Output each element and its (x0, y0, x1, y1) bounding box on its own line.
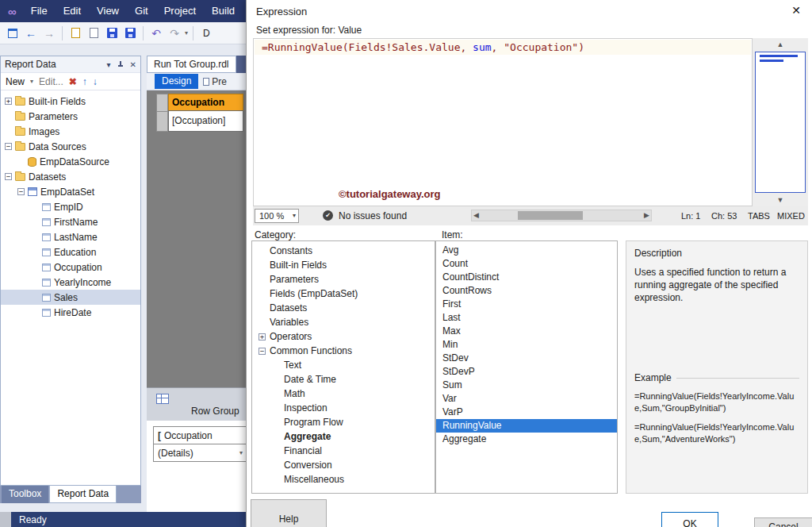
menu-view[interactable]: View (89, 0, 127, 22)
move-up-icon[interactable]: ↑ (82, 76, 87, 87)
redo-icon[interactable]: ↷ (167, 25, 182, 42)
scroll-left-icon[interactable]: ◀ (473, 211, 479, 219)
tree-item-firstname[interactable]: FirstName (1, 214, 140, 229)
tree-item-education[interactable]: Education (1, 244, 140, 260)
tree-item-empid[interactable]: EmpID (1, 199, 140, 214)
navigate-back-icon[interactable]: ← (23, 25, 39, 42)
category-program-flow[interactable]: Program Flow (252, 415, 435, 429)
redo-dropdown-icon[interactable]: ▾ (185, 29, 188, 37)
expander-icon[interactable]: − (259, 348, 266, 355)
category-built-in-fields[interactable]: Built-in Fields (252, 258, 435, 272)
category-datasets[interactable]: Datasets (252, 301, 435, 315)
tablix-data-cell[interactable]: [Occupation] (168, 110, 243, 132)
category-date-time[interactable]: Date & Time (252, 372, 435, 387)
category-fields[interactable]: Fields (EmpDataSet) (252, 287, 435, 301)
category-operators[interactable]: +Operators (252, 329, 435, 344)
category-aggregate-selected[interactable]: Aggregate (252, 429, 435, 444)
expander-icon[interactable]: − (5, 173, 12, 180)
tree-item-empdataset[interactable]: −EmpDataSet (1, 184, 140, 199)
new-dropdown-icon[interactable]: ▾ (30, 78, 33, 85)
tablix-header-cell[interactable]: Occupation (168, 94, 243, 111)
category-conversion[interactable]: Conversion (252, 458, 435, 472)
category-text[interactable]: Text (252, 358, 435, 372)
category-miscellaneous[interactable]: Miscellaneous (252, 472, 435, 487)
tree-item-occupation[interactable]: Occupation (1, 260, 140, 275)
layout-icon[interactable] (5, 25, 21, 42)
navigate-forward-icon[interactable]: → (41, 25, 57, 42)
zoom-select[interactable]: 100 %▾ (255, 209, 299, 223)
tab-design[interactable]: Design (155, 74, 198, 89)
tree-item-yearlyincome[interactable]: YearlyIncome (1, 275, 140, 290)
item-max[interactable]: Max (436, 325, 617, 338)
expression-text[interactable]: =RunningValue(Fields!Sales.Value, sum, "… (262, 41, 584, 53)
tree-item-lastname[interactable]: LastName (1, 229, 140, 244)
item-avg[interactable]: Avg (436, 244, 617, 257)
tab-toolbox[interactable]: Toolbox (2, 486, 48, 503)
new-project-icon[interactable] (67, 25, 83, 42)
save-all-icon[interactable] (122, 25, 138, 42)
editor-horizontal-scrollbar[interactable]: ◀ ▶ (471, 210, 652, 221)
new-button[interactable]: New (6, 76, 25, 87)
tree-item-parameters[interactable]: Parameters (1, 109, 140, 124)
help-button[interactable]: Help (251, 499, 327, 527)
item-varp[interactable]: VarP (436, 406, 617, 419)
category-common-functions[interactable]: −Common Functions (252, 344, 435, 358)
category-constants[interactable]: Constants (252, 244, 435, 258)
window-position-icon[interactable]: ▾ (107, 60, 111, 69)
move-down-icon[interactable]: ↓ (93, 76, 98, 87)
item-sum[interactable]: Sum (436, 379, 617, 392)
menu-git[interactable]: Git (127, 0, 156, 22)
editor-vertical-scrollbar[interactable]: ▲ ▼ (753, 38, 808, 206)
item-min[interactable]: Min (436, 338, 617, 352)
expression-editor[interactable]: =RunningValue(Fields!Sales.Value, sum, "… (253, 38, 753, 206)
item-stdev[interactable]: StDev (436, 352, 617, 365)
scrollbar-thumb[interactable] (518, 211, 583, 220)
document-tab[interactable]: Run Tot Group.rdl (147, 56, 236, 73)
expander-icon[interactable]: − (17, 188, 25, 195)
tab-report-data[interactable]: Report Data (49, 486, 117, 503)
item-aggregate[interactable]: Aggregate (436, 433, 617, 446)
item-runningvalue-selected[interactable]: RunningValue (436, 419, 617, 433)
item-countdistinct[interactable]: CountDistinct (436, 271, 617, 284)
tree-item-sales-selected[interactable]: Sales (1, 290, 140, 305)
close-icon[interactable]: ✕ (788, 4, 804, 17)
menu-file[interactable]: File (23, 0, 56, 22)
scroll-up-icon[interactable]: ▲ (753, 40, 808, 48)
category-parameters[interactable]: Parameters (252, 272, 435, 287)
scroll-right-icon[interactable]: ▶ (644, 211, 649, 219)
tree-item-hiredate[interactable]: HireDate (1, 305, 140, 320)
category-inspection[interactable]: Inspection (252, 401, 435, 415)
row-group-details[interactable]: (Details) ▾ (153, 444, 247, 462)
row-group-occupation[interactable]: [ Occupation (153, 426, 247, 444)
menu-build[interactable]: Build (204, 0, 243, 22)
item-last[interactable]: Last (436, 311, 617, 325)
pin-icon[interactable] (117, 61, 124, 68)
expander-icon[interactable]: + (5, 98, 12, 105)
category-variables[interactable]: Variables (252, 315, 435, 329)
item-first[interactable]: First (436, 298, 617, 311)
tree-item-data-sources[interactable]: −Data Sources (1, 139, 140, 154)
save-icon[interactable] (104, 25, 120, 42)
expander-icon[interactable]: + (259, 333, 266, 340)
item-count[interactable]: Count (436, 257, 617, 271)
menu-edit[interactable]: Edit (56, 0, 89, 22)
cancel-button[interactable]: Cancel (754, 517, 812, 527)
item-var[interactable]: Var (436, 392, 617, 406)
debug-target-partial[interactable]: D (203, 28, 210, 39)
chevron-down-icon[interactable]: ▾ (239, 449, 243, 456)
ok-button[interactable]: OK (661, 512, 718, 527)
close-panel-icon[interactable]: ✕ (130, 60, 136, 69)
tree-item-datasets[interactable]: −Datasets (1, 169, 140, 184)
expander-icon[interactable]: − (5, 143, 12, 150)
undo-icon[interactable]: ↶ (148, 25, 164, 42)
menu-project[interactable]: Project (156, 0, 204, 22)
delete-icon[interactable]: ✖ (69, 76, 77, 87)
row-handle-strip[interactable] (156, 94, 168, 132)
scroll-down-icon[interactable]: ▼ (753, 196, 808, 204)
tree-item-images[interactable]: Images (1, 124, 140, 139)
item-countrows[interactable]: CountRows (436, 284, 617, 298)
open-file-icon[interactable] (86, 25, 102, 42)
tab-preview[interactable]: Pre (203, 76, 227, 87)
tree-item-empdatasource[interactable]: EmpDataSource (1, 154, 140, 169)
tree-item-built-in-fields[interactable]: +Built-in Fields (1, 94, 140, 109)
